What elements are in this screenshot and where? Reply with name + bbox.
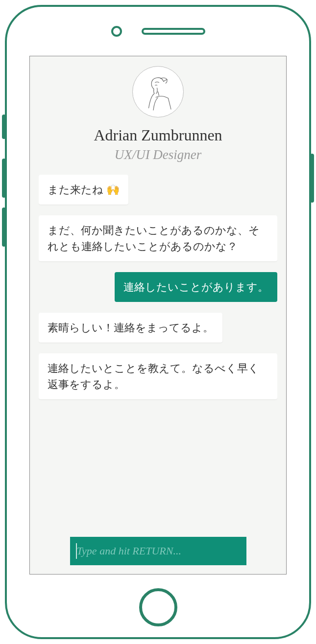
- phone-side-button: [2, 159, 6, 198]
- profile-title: UX/UI Designer: [115, 147, 202, 162]
- home-button[interactable]: [139, 588, 177, 626]
- camera-icon: [111, 26, 122, 37]
- chat-bubble-bot: まだ、何か聞きたいことがあるのかな、それとも連絡したいことがあるのかな？: [39, 215, 277, 261]
- reply-input[interactable]: [70, 537, 246, 565]
- chat-bubble-user: 連絡したいことがあります。: [115, 272, 277, 302]
- chat-bubble-bot: また来たね 🙌: [39, 175, 128, 205]
- chat-messages: また来たね 🙌 まだ、何か聞きたいことがあるのかな、それとも連絡したいことがある…: [39, 175, 277, 532]
- avatar-illustration-icon: [135, 69, 181, 115]
- profile-header: Adrian Zumbrunnen UX/UI Designer: [39, 66, 277, 162]
- phone-side-button: [2, 115, 6, 139]
- phone-side-button: [310, 154, 314, 203]
- text-caret-icon: [76, 543, 77, 559]
- phone-notch: [7, 7, 309, 56]
- avatar: [132, 66, 184, 117]
- profile-name: Adrian Zumbrunnen: [94, 126, 222, 144]
- phone-side-button: [2, 207, 6, 247]
- speaker-icon: [142, 28, 205, 35]
- reply-input-area: [39, 532, 277, 565]
- app-screen: Adrian Zumbrunnen UX/UI Designer また来たね 🙌…: [29, 56, 287, 575]
- chat-bubble-bot: 素晴らしい！連絡をまってるよ。: [39, 313, 222, 343]
- chat-bubble-bot: 連絡したいとことを教えて。なるべく早く返事をするよ。: [39, 353, 277, 399]
- phone-frame: Adrian Zumbrunnen UX/UI Designer また来たね 🙌…: [5, 5, 311, 639]
